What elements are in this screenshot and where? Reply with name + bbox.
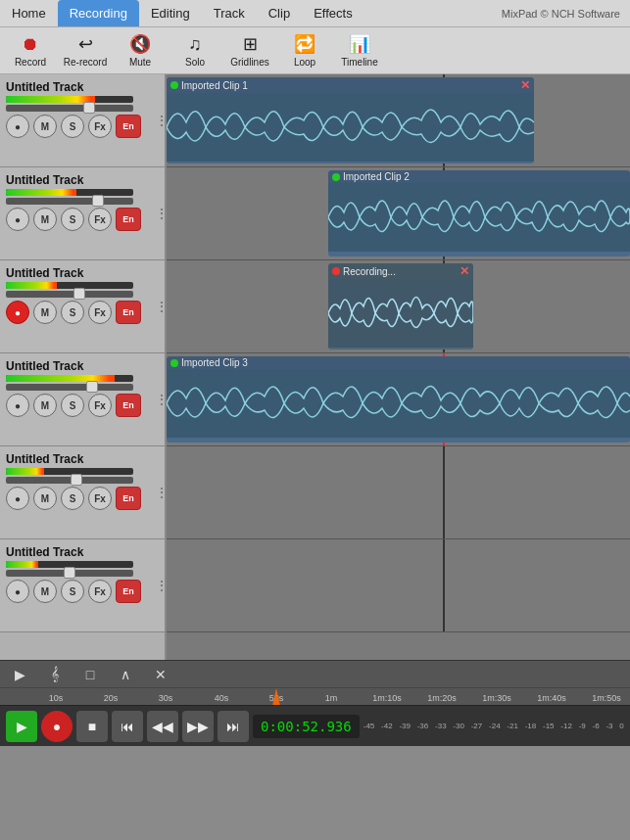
clip-imported-2[interactable]: Imported Clip 2 [328,170,630,257]
track-mute-button-2[interactable]: M [33,208,57,231]
vu-label: -30 [453,722,464,730]
track-solo-button-6[interactable]: S [61,580,84,603]
ruler-label-1m50: 1m:50s [592,693,621,703]
track-fx-button-5[interactable]: Fx [88,487,112,510]
track-arm-button-6[interactable]: ● [6,580,29,603]
menu-effects[interactable]: Effects [302,0,364,26]
track-volume-slider-2[interactable] [6,198,133,205]
track-en-button-5[interactable]: En [116,487,141,510]
track-name-1: Untitled Track [6,80,159,94]
track-en-button-2[interactable]: En [116,208,141,231]
track-solo-button-3[interactable]: S [61,301,84,324]
track-volume-slider-1[interactable] [6,105,133,112]
track-resize-handle-2[interactable]: ⋮ [155,207,163,220]
track-arm-button-1[interactable]: ● [6,115,29,138]
clip-imported-1[interactable]: Imported Clip 1 ✕ // Generate waveform b… [167,77,534,163]
track-arm-button-3[interactable]: ● [6,301,29,324]
clip-header-1: Imported Clip 1 ✕ [167,77,534,93]
clip-recording-3[interactable]: Recording... ✕ [328,263,473,350]
solo-tool-button[interactable]: ♫ Solo [169,29,221,72]
track-controls-3: ● M S Fx En [6,301,159,324]
track-meter-3 [6,282,133,289]
track-solo-button-1[interactable]: S [61,115,84,138]
mute-tool-button[interactable]: 🔇 Mute [114,29,167,72]
skip-end-button[interactable]: ⏭ [218,711,249,742]
track-arm-button-2[interactable]: ● [6,208,29,231]
track-fx-button-4[interactable]: Fx [88,394,112,417]
mix-icon[interactable]: ✕ [149,665,172,684]
track-name-3: Untitled Track [6,266,159,280]
rerecord-icon: ↩ [78,33,93,55]
track-resize-handle-1[interactable]: ⋮ [155,114,163,127]
track-solo-button-4[interactable]: S [61,394,84,417]
ruler-label-1m30: 1m:30s [482,693,511,703]
rewind-button[interactable]: ◀◀ [147,711,178,742]
track-mute-button-5[interactable]: M [33,487,57,510]
menu-home[interactable]: Home [0,0,58,26]
vu-scale: -45 -42 -39 -36 -33 -30 -27 -24 -21 -18 … [363,722,624,730]
track-fx-button-3[interactable]: Fx [88,301,112,324]
track-mute-button-3[interactable]: M [33,301,57,324]
ruler-label-1m20: 1m:20s [427,693,457,703]
track-mute-button-6[interactable]: M [33,580,57,603]
menu-recording[interactable]: Recording [58,0,139,26]
track-mute-button-1[interactable]: M [33,115,57,138]
fast-forward-button[interactable]: ▶▶ [182,711,214,742]
track-resize-handle-6[interactable]: ⋮ [155,579,163,592]
loop-icon: 🔁 [294,33,315,55]
track-arm-button-4[interactable]: ● [6,394,29,417]
play-icon[interactable]: ▶ [8,665,31,684]
track-fx-button-6[interactable]: Fx [88,580,112,603]
waveform-3 [328,279,473,348]
track-volume-slider-6[interactable] [6,570,133,577]
tune-icon[interactable]: ∧ [114,665,137,684]
gridlines-tool-button[interactable]: ⊞ Gridlines [223,29,276,72]
timeline-tool-button[interactable]: 📊 Timeline [333,29,386,72]
clip-close-1[interactable]: ✕ [520,78,530,92]
transport-record-button[interactable]: ● [41,711,73,742]
record-tool-button[interactable]: ⏺ Record [4,29,57,72]
track-resize-handle-5[interactable]: ⋮ [155,486,163,499]
clip-row-3: Recording... ✕ [167,260,630,353]
rerecord-tool-button[interactable]: ↩ Re-record [59,29,112,72]
track-arm-button-5[interactable]: ● [6,487,29,510]
track-volume-slider-4[interactable] [6,384,133,391]
track-en-button-1[interactable]: En [116,115,141,138]
mute-icon: 🔇 [129,33,151,55]
track-resize-handle-4[interactable]: ⋮ [155,393,163,406]
metronome-icon[interactable]: 𝄞 [43,665,67,684]
clip-label-4: Imported Clip 3 [181,357,248,368]
track-resize-handle-3[interactable]: ⋮ [155,300,163,313]
track-controls-1: ● M S Fx En [6,115,159,138]
track-volume-slider-3[interactable] [6,291,133,298]
clip-imported-4[interactable]: Imported Clip 3 [167,356,630,443]
track-volume-slider-5[interactable] [6,477,133,484]
clip-dot-1 [170,81,178,89]
track-header-4: Untitled Track ● M S Fx En ⋮ [0,353,165,446]
track-meter-4 [6,375,133,382]
track-en-button-6[interactable]: En [116,580,141,603]
vu-label: -15 [543,722,555,730]
clip-label-3: Recording... [343,266,396,277]
track-en-button-4[interactable]: En [116,394,141,417]
clip-label-1: Imported Clip 1 [181,80,248,91]
menu-editing[interactable]: Editing [139,0,202,26]
track-en-button-3[interactable]: En [116,301,141,324]
track-fx-button-2[interactable]: Fx [88,208,112,231]
skip-start-button[interactable]: ⏮ [112,711,143,742]
stop-button[interactable]: ■ [76,711,108,742]
ruler-label-1m40: 1m:40s [537,693,566,703]
play-button[interactable]: ▶ [6,711,37,742]
track-solo-button-2[interactable]: S [61,208,84,231]
track-fx-button-1[interactable]: Fx [88,115,112,138]
menu-clip[interactable]: Clip [257,0,302,26]
track-name-2: Untitled Track [6,173,159,187]
clip-close-3[interactable]: ✕ [460,264,469,278]
vu-label: -3 [606,722,612,730]
track-meter-1 [6,96,133,103]
track-mute-button-4[interactable]: M [33,394,57,417]
track-solo-button-5[interactable]: S [61,487,84,510]
menu-track[interactable]: Track [202,0,257,26]
loop-tool-button[interactable]: 🔁 Loop [278,29,331,72]
crop-icon[interactable]: □ [78,665,102,684]
